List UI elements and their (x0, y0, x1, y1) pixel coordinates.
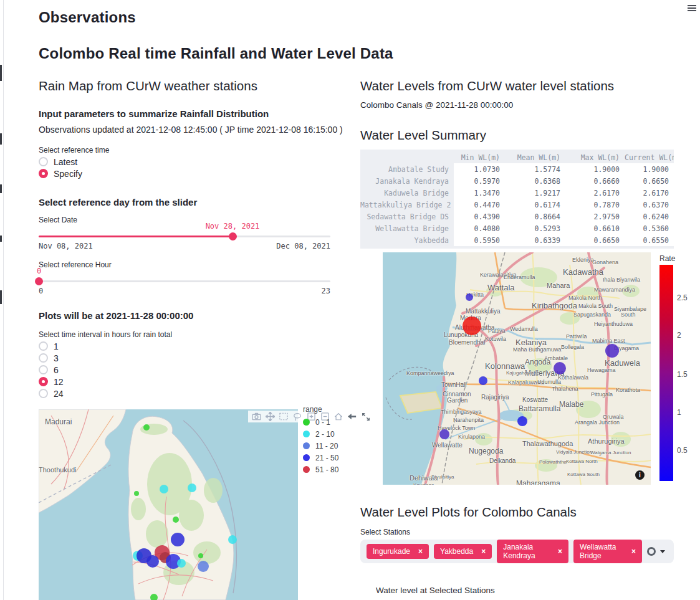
select-stations-label: Select Stations (360, 528, 410, 536)
legend-item-label: 0 - 1 (315, 418, 330, 427)
legend-color-dot (303, 454, 310, 461)
clipped-text-fragment (0, 65, 2, 81)
download-plot-icon[interactable] (249, 411, 263, 422)
station-pill[interactable]: Wellawatta Bridge× (573, 540, 642, 563)
station-pill-label: Yakbedda (440, 547, 473, 556)
plot-caption: Water level at Selected Stations (376, 586, 495, 595)
interval-option[interactable]: 3 (39, 352, 64, 364)
reference-time-label: Select reference time (39, 146, 109, 155)
colorbar-tick-label: 2 (677, 331, 681, 340)
date-slider-fill (39, 236, 233, 237)
table-column-header: Min WL(m) (454, 151, 505, 163)
legend-item[interactable]: 51 - 80 (303, 464, 357, 475)
station-pill[interactable]: Janakala Kendraya× (497, 540, 568, 563)
value-cell: 0.6550 (625, 234, 674, 246)
hamburger-menu-icon[interactable] (688, 5, 696, 12)
legend-item[interactable]: 2 - 10 (303, 428, 357, 440)
radio-icon[interactable] (39, 157, 48, 166)
date-slider-max: Dec 08, 2021 (276, 242, 330, 250)
remove-station-icon[interactable]: × (418, 547, 423, 556)
value-cell: 1.3470 (454, 187, 505, 199)
interval-option[interactable]: 1 (39, 340, 64, 352)
gear-icon (647, 547, 656, 556)
map-marker[interactable] (605, 344, 619, 358)
radio-icon[interactable] (39, 353, 48, 363)
water-level-summary-table: Min WL(m)Mean WL(m)Max WL(m)Current WL(m… (360, 150, 674, 249)
legend-title: range (303, 405, 357, 414)
lasso-select-icon[interactable] (290, 411, 304, 422)
stations-multiselect[interactable]: Ingurukade×Yakbedda×Janakala Kendraya×We… (360, 540, 674, 563)
radio-icon[interactable] (39, 341, 48, 351)
date-slider: Nov 28, 2021 Nov 08, 2021 Dec 08, 2021 (39, 222, 330, 252)
legend-color-dot (303, 442, 310, 449)
hour-slider-handle[interactable] (35, 277, 43, 285)
legend-item[interactable]: 0 - 1 (303, 416, 357, 428)
map-marker[interactable] (466, 293, 473, 301)
rate-colorbar: Rate 2.521.510.5 (658, 254, 699, 485)
table-row: Sedawatta Bridge DS0.43900.86642.97500.6… (360, 211, 674, 222)
reference-time-option-label: Latest (54, 157, 77, 167)
hour-slider-max: 23 (322, 287, 330, 295)
reference-time-option[interactable]: Specify (39, 168, 82, 179)
value-cell: 2.9750 (565, 211, 625, 222)
interval-option[interactable]: 24 (39, 388, 64, 399)
clipped-text-fragment (0, 133, 2, 145)
water-level-map[interactable]: EldeniyaGonahenaKadawathaKerawalapitiyaE… (383, 252, 651, 485)
value-cell: 0.4470 (454, 199, 505, 211)
map-marker[interactable] (517, 416, 527, 426)
remove-station-icon[interactable]: × (558, 547, 562, 556)
row-label-cell: Mattakkuliya Bridge 2 (360, 199, 454, 211)
value-cell: 0.6174 (505, 199, 565, 211)
colorbar-title: Rate (659, 254, 699, 263)
fullscreen-icon[interactable] (359, 411, 373, 422)
clipped-text-fragment (0, 290, 2, 304)
hour-slider-track[interactable] (39, 280, 330, 282)
row-label-cell: Sedawatta Bridge DS (360, 211, 454, 222)
date-slider-handle[interactable] (229, 232, 237, 240)
map-marker[interactable] (463, 317, 481, 335)
pan-icon[interactable] (263, 411, 277, 422)
reference-time-option[interactable]: Latest (39, 156, 82, 168)
value-cell: 1.9000 (625, 163, 674, 175)
value-cell: 1.5774 (505, 163, 565, 175)
value-cell: 0.5293 (505, 222, 565, 234)
station-pill[interactable]: Ingurukade× (367, 544, 429, 559)
map-marker[interactable] (554, 362, 566, 374)
map-marker[interactable] (439, 429, 449, 439)
input-params-header: Input parameters to summarize Rainfall D… (39, 108, 269, 119)
remove-station-icon[interactable]: × (481, 547, 486, 556)
reference-time-option-label: Specify (54, 169, 82, 179)
interval-radio-group: 1361224 (39, 340, 64, 399)
rain-map[interactable]: MaduraiThoothukudi (39, 409, 298, 600)
radio-icon[interactable] (39, 365, 48, 374)
chevron-down-icon (660, 550, 665, 553)
attribution-info-icon[interactable]: i (635, 470, 645, 480)
value-cell: 0.6650 (625, 175, 674, 187)
legend-item-label: 51 - 80 (315, 465, 338, 474)
map-place-label: Madurai (45, 418, 72, 426)
updated-text: Observations updated at 2021-12-08 12:45… (39, 125, 343, 135)
value-cell: 0.4390 (454, 211, 505, 222)
map-marker[interactable] (479, 376, 487, 385)
station-pill[interactable]: Yakbedda× (434, 544, 492, 559)
interval-option[interactable]: 6 (39, 364, 64, 376)
water-levels-subtitle: Colombo Canals @ 2021-11-28 00:00:00 (360, 100, 513, 110)
table-row: Ambatale Study1.07301.57741.90001.9000 (360, 163, 674, 175)
legend-item[interactable]: 11 - 20 (303, 440, 357, 452)
station-pill-label: Ingurukade (373, 547, 410, 556)
row-label-cell: Yakbedda (360, 234, 454, 246)
radio-selected-icon[interactable] (39, 377, 48, 386)
legend-item[interactable]: 21 - 50 (303, 452, 357, 464)
table-column-header: Current WL(m) (625, 151, 674, 163)
page-title: Observations (39, 9, 136, 26)
radio-icon[interactable] (39, 389, 48, 398)
row-label-cell: Wellawatta Bridge (360, 222, 454, 234)
value-cell: 0.6610 (565, 222, 625, 234)
interval-option[interactable]: 12 (39, 376, 64, 388)
table-row: Kaduwela Bridge1.34701.92172.61702.6170 (360, 187, 674, 199)
radio-selected-icon[interactable] (39, 169, 48, 178)
stations-settings-button[interactable] (647, 547, 665, 556)
page-left-edge (0, 0, 4, 600)
box-select-icon[interactable] (277, 411, 290, 422)
remove-station-icon[interactable]: × (631, 547, 636, 556)
